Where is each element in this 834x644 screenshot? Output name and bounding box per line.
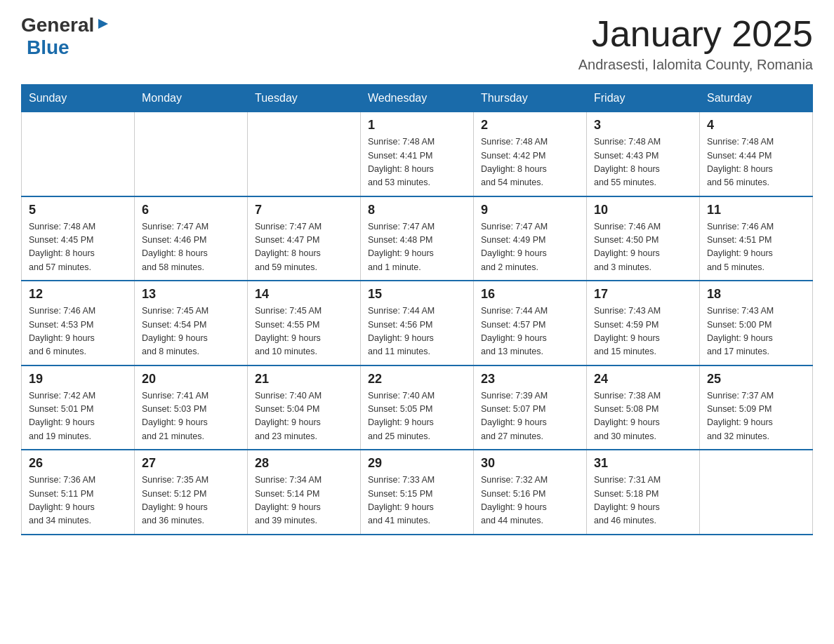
calendar-day-6: 6Sunrise: 7:47 AM Sunset: 4:46 PM Daylig… — [135, 196, 248, 281]
calendar-day-18: 18Sunrise: 7:43 AM Sunset: 5:00 PM Dayli… — [700, 281, 813, 365]
calendar-body: 1Sunrise: 7:48 AM Sunset: 4:41 PM Daylig… — [22, 112, 813, 535]
logo-general-text: General — [21, 14, 94, 36]
calendar-day-25: 25Sunrise: 7:37 AM Sunset: 5:09 PM Dayli… — [700, 365, 813, 450]
weekday-header-saturday: Saturday — [700, 85, 813, 112]
day-number: 11 — [707, 203, 805, 217]
calendar-day-26: 26Sunrise: 7:36 AM Sunset: 5:11 PM Dayli… — [22, 450, 135, 535]
day-number: 8 — [368, 203, 466, 217]
calendar-empty-cell — [22, 112, 135, 196]
day-info: Sunrise: 7:42 AM Sunset: 5:01 PM Dayligh… — [29, 389, 127, 444]
calendar-empty-cell — [700, 450, 813, 535]
calendar-day-13: 13Sunrise: 7:45 AM Sunset: 4:54 PM Dayli… — [135, 281, 248, 365]
day-number: 5 — [29, 203, 127, 217]
calendar-empty-cell — [248, 112, 361, 196]
day-number: 12 — [29, 287, 127, 302]
day-number: 4 — [707, 118, 805, 133]
calendar-title: January 2025 — [578, 14, 813, 54]
day-info: Sunrise: 7:48 AM Sunset: 4:45 PM Dayligh… — [29, 220, 127, 275]
day-number: 26 — [29, 456, 127, 471]
day-info: Sunrise: 7:32 AM Sunset: 5:16 PM Dayligh… — [481, 474, 579, 528]
day-info: Sunrise: 7:48 AM Sunset: 4:44 PM Dayligh… — [707, 135, 805, 190]
day-info: Sunrise: 7:47 AM Sunset: 4:49 PM Dayligh… — [481, 220, 579, 275]
calendar-day-29: 29Sunrise: 7:33 AM Sunset: 5:15 PM Dayli… — [361, 450, 474, 535]
day-info: Sunrise: 7:44 AM Sunset: 4:57 PM Dayligh… — [481, 304, 579, 359]
day-number: 29 — [368, 456, 466, 471]
calendar-day-7: 7Sunrise: 7:47 AM Sunset: 4:47 PM Daylig… — [248, 196, 361, 281]
day-info: Sunrise: 7:48 AM Sunset: 4:42 PM Dayligh… — [481, 135, 579, 190]
logo: General Blue — [21, 14, 111, 59]
day-number: 9 — [481, 203, 579, 217]
weekday-header-row: SundayMondayTuesdayWednesdayThursdayFrid… — [22, 85, 813, 112]
day-info: Sunrise: 7:38 AM Sunset: 5:08 PM Dayligh… — [594, 389, 692, 444]
calendar-day-31: 31Sunrise: 7:31 AM Sunset: 5:18 PM Dayli… — [587, 450, 700, 535]
day-info: Sunrise: 7:31 AM Sunset: 5:18 PM Dayligh… — [594, 474, 692, 528]
weekday-header-friday: Friday — [587, 85, 700, 112]
day-number: 3 — [594, 118, 692, 133]
day-info: Sunrise: 7:47 AM Sunset: 4:47 PM Dayligh… — [255, 220, 353, 275]
calendar-day-4: 4Sunrise: 7:48 AM Sunset: 4:44 PM Daylig… — [700, 112, 813, 196]
day-info: Sunrise: 7:46 AM Sunset: 4:50 PM Dayligh… — [594, 220, 692, 275]
calendar-day-12: 12Sunrise: 7:46 AM Sunset: 4:53 PM Dayli… — [22, 281, 135, 365]
page-header: General Blue January 2025 Andrasesti, Ia… — [21, 14, 813, 73]
day-info: Sunrise: 7:41 AM Sunset: 5:03 PM Dayligh… — [142, 389, 240, 444]
day-number: 21 — [255, 372, 353, 387]
day-number: 17 — [594, 287, 692, 302]
calendar-header: SundayMondayTuesdayWednesdayThursdayFrid… — [22, 85, 813, 112]
day-number: 20 — [142, 372, 240, 387]
day-number: 23 — [481, 372, 579, 387]
day-info: Sunrise: 7:44 AM Sunset: 4:56 PM Dayligh… — [368, 304, 466, 359]
calendar-day-14: 14Sunrise: 7:45 AM Sunset: 4:55 PM Dayli… — [248, 281, 361, 365]
day-info: Sunrise: 7:39 AM Sunset: 5:07 PM Dayligh… — [481, 389, 579, 444]
day-number: 6 — [142, 203, 240, 217]
day-number: 30 — [481, 456, 579, 471]
calendar-empty-cell — [135, 112, 248, 196]
day-info: Sunrise: 7:43 AM Sunset: 4:59 PM Dayligh… — [594, 304, 692, 359]
title-section: January 2025 Andrasesti, Ialomita County… — [578, 14, 813, 73]
calendar-day-1: 1Sunrise: 7:48 AM Sunset: 4:41 PM Daylig… — [361, 112, 474, 196]
day-number: 31 — [594, 456, 692, 471]
day-info: Sunrise: 7:40 AM Sunset: 5:05 PM Dayligh… — [368, 389, 466, 444]
day-info: Sunrise: 7:40 AM Sunset: 5:04 PM Dayligh… — [255, 389, 353, 444]
calendar-week-row: 19Sunrise: 7:42 AM Sunset: 5:01 PM Dayli… — [22, 365, 813, 450]
day-number: 18 — [707, 287, 805, 302]
calendar-day-16: 16Sunrise: 7:44 AM Sunset: 4:57 PM Dayli… — [474, 281, 587, 365]
calendar-day-5: 5Sunrise: 7:48 AM Sunset: 4:45 PM Daylig… — [22, 196, 135, 281]
day-info: Sunrise: 7:34 AM Sunset: 5:14 PM Dayligh… — [255, 474, 353, 528]
day-number: 27 — [142, 456, 240, 471]
calendar-day-22: 22Sunrise: 7:40 AM Sunset: 5:05 PM Dayli… — [361, 365, 474, 450]
calendar-day-28: 28Sunrise: 7:34 AM Sunset: 5:14 PM Dayli… — [248, 450, 361, 535]
day-number: 2 — [481, 118, 579, 133]
day-info: Sunrise: 7:48 AM Sunset: 4:43 PM Dayligh… — [594, 135, 692, 190]
calendar-week-row: 1Sunrise: 7:48 AM Sunset: 4:41 PM Daylig… — [22, 112, 813, 196]
weekday-header-sunday: Sunday — [22, 85, 135, 112]
calendar-day-2: 2Sunrise: 7:48 AM Sunset: 4:42 PM Daylig… — [474, 112, 587, 196]
day-info: Sunrise: 7:45 AM Sunset: 4:54 PM Dayligh… — [142, 304, 240, 359]
day-info: Sunrise: 7:37 AM Sunset: 5:09 PM Dayligh… — [707, 389, 805, 444]
day-number: 10 — [594, 203, 692, 217]
calendar-day-24: 24Sunrise: 7:38 AM Sunset: 5:08 PM Dayli… — [587, 365, 700, 450]
day-number: 15 — [368, 287, 466, 302]
day-info: Sunrise: 7:46 AM Sunset: 4:51 PM Dayligh… — [707, 220, 805, 275]
day-number: 7 — [255, 203, 353, 217]
calendar-week-row: 12Sunrise: 7:46 AM Sunset: 4:53 PM Dayli… — [22, 281, 813, 365]
calendar-subtitle: Andrasesti, Ialomita County, Romania — [578, 57, 813, 73]
calendar-day-8: 8Sunrise: 7:47 AM Sunset: 4:48 PM Daylig… — [361, 196, 474, 281]
calendar-day-3: 3Sunrise: 7:48 AM Sunset: 4:43 PM Daylig… — [587, 112, 700, 196]
calendar-day-20: 20Sunrise: 7:41 AM Sunset: 5:03 PM Dayli… — [135, 365, 248, 450]
calendar-day-21: 21Sunrise: 7:40 AM Sunset: 5:04 PM Dayli… — [248, 365, 361, 450]
calendar-day-27: 27Sunrise: 7:35 AM Sunset: 5:12 PM Dayli… — [135, 450, 248, 535]
day-info: Sunrise: 7:43 AM Sunset: 5:00 PM Dayligh… — [707, 304, 805, 359]
calendar-day-19: 19Sunrise: 7:42 AM Sunset: 5:01 PM Dayli… — [22, 365, 135, 450]
day-info: Sunrise: 7:45 AM Sunset: 4:55 PM Dayligh… — [255, 304, 353, 359]
day-info: Sunrise: 7:48 AM Sunset: 4:41 PM Dayligh… — [368, 135, 466, 190]
day-number: 1 — [368, 118, 466, 133]
day-number: 19 — [29, 372, 127, 387]
logo-blue-text: Blue — [27, 36, 70, 59]
day-info: Sunrise: 7:36 AM Sunset: 5:11 PM Dayligh… — [29, 474, 127, 528]
calendar-week-row: 26Sunrise: 7:36 AM Sunset: 5:11 PM Dayli… — [22, 450, 813, 535]
weekday-header-thursday: Thursday — [474, 85, 587, 112]
calendar-day-15: 15Sunrise: 7:44 AM Sunset: 4:56 PM Dayli… — [361, 281, 474, 365]
weekday-header-wednesday: Wednesday — [361, 85, 474, 112]
calendar-day-17: 17Sunrise: 7:43 AM Sunset: 4:59 PM Dayli… — [587, 281, 700, 365]
calendar-day-10: 10Sunrise: 7:46 AM Sunset: 4:50 PM Dayli… — [587, 196, 700, 281]
